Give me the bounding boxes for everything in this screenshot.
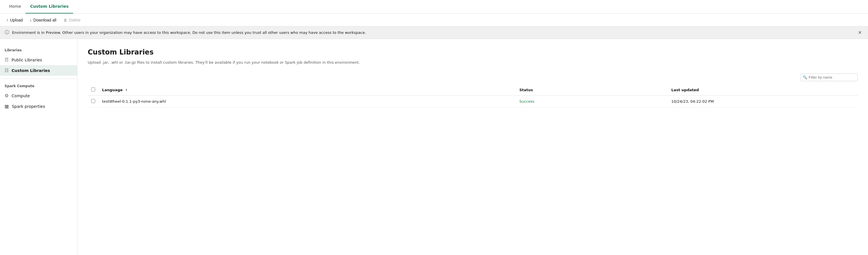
spark-properties-icon: ▦ bbox=[5, 104, 9, 109]
header-checkbox-cell bbox=[88, 85, 99, 95]
header-status: Status bbox=[516, 85, 668, 95]
download-icon: ↓ bbox=[30, 18, 32, 22]
compute-icon: ⚙ bbox=[5, 93, 9, 98]
spark-compute-section-label: Spark Compute bbox=[0, 82, 77, 90]
row-language: testWheel-0.1.1-py3-none-any.whl bbox=[99, 95, 516, 107]
main-layout: Libraries ☶ Public Libraries ☷ Custom Li… bbox=[0, 39, 868, 255]
toolbar: ↑ Upload ↓ Download all 🗑 Delete bbox=[0, 14, 868, 26]
sidebar-divider bbox=[0, 79, 77, 79]
row-checkbox-cell bbox=[88, 95, 99, 107]
nav-home[interactable]: Home bbox=[5, 0, 26, 13]
row-select-checkbox[interactable] bbox=[91, 99, 95, 103]
sort-asc-icon: ↑ bbox=[125, 88, 128, 92]
sidebar: Libraries ☶ Public Libraries ☷ Custom Li… bbox=[0, 39, 78, 255]
header-last-updated: Last updated bbox=[668, 85, 858, 95]
public-libraries-icon: ☶ bbox=[5, 57, 9, 62]
download-all-button[interactable]: ↓ Download all bbox=[27, 16, 59, 24]
nav-custom-libraries[interactable]: Custom Libraries bbox=[26, 0, 73, 13]
page-title: Custom Libraries bbox=[88, 48, 858, 56]
table-header: Language ↑ Status Last updated bbox=[88, 85, 858, 95]
custom-libraries-icon: ☷ bbox=[5, 68, 9, 73]
page-subtitle: Upload .jar, .whl or .tar.gz files to in… bbox=[88, 60, 858, 65]
upload-icon: ↑ bbox=[6, 18, 8, 22]
upload-button[interactable]: ↑ Upload bbox=[3, 16, 26, 24]
content-area: Custom Libraries Upload .jar, .whl or .t… bbox=[78, 39, 868, 255]
row-last-updated: 10/24/23, 04:22:02 PM bbox=[668, 95, 858, 107]
sidebar-item-spark-properties[interactable]: ▦ Spark properties bbox=[0, 101, 77, 112]
table-body: testWheel-0.1.1-py3-none-any.whl Success… bbox=[88, 95, 858, 107]
info-icon: ⓘ bbox=[5, 30, 9, 35]
delete-icon: 🗑 bbox=[63, 18, 67, 22]
libraries-table: Language ↑ Status Last updated testWheel… bbox=[88, 85, 858, 108]
alert-message: Environment is in Preview. Other users i… bbox=[12, 30, 366, 35]
top-nav: Home Custom Libraries bbox=[0, 0, 868, 14]
filter-search-icon: 🔍 bbox=[803, 75, 807, 80]
filter-input-wrap: 🔍 bbox=[800, 74, 858, 81]
filter-input[interactable] bbox=[800, 74, 858, 81]
alert-banner: ⓘ Environment is in Preview. Other users… bbox=[0, 26, 868, 39]
row-status: Success bbox=[516, 95, 668, 107]
table-row: testWheel-0.1.1-py3-none-any.whl Success… bbox=[88, 95, 858, 107]
sidebar-item-public-libraries[interactable]: ☶ Public Libraries bbox=[0, 55, 77, 65]
sidebar-item-compute[interactable]: ⚙ Compute bbox=[0, 90, 77, 101]
header-language[interactable]: Language ↑ bbox=[99, 85, 516, 95]
sidebar-item-custom-libraries[interactable]: ☷ Custom Libraries bbox=[0, 65, 77, 76]
delete-button[interactable]: 🗑 Delete bbox=[61, 16, 84, 24]
alert-close-button[interactable]: ✕ bbox=[856, 29, 863, 36]
libraries-section-label: Libraries bbox=[0, 46, 77, 55]
select-all-checkbox[interactable] bbox=[91, 87, 95, 91]
filter-row: 🔍 bbox=[88, 74, 858, 81]
